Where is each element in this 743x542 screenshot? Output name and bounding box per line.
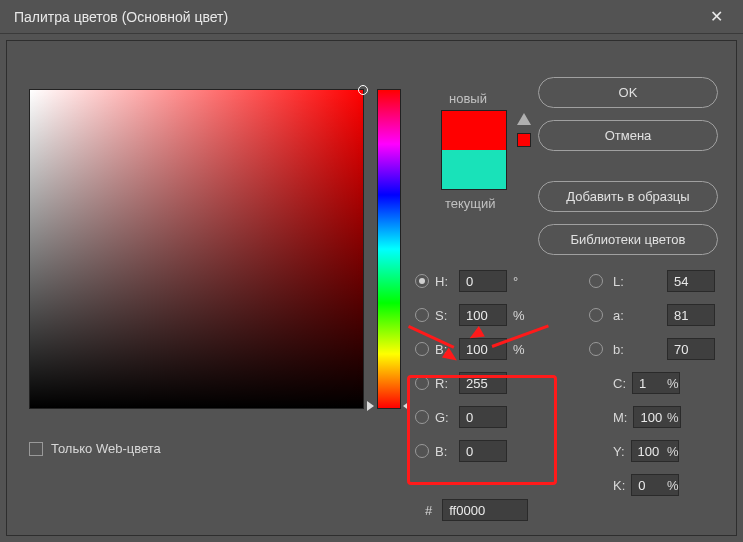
radio-a[interactable] xyxy=(589,308,603,322)
label-hex: # xyxy=(425,503,432,518)
input-hex[interactable] xyxy=(442,499,528,521)
radio-b-rgb[interactable] xyxy=(415,444,429,458)
radio-s[interactable] xyxy=(415,308,429,322)
gamut-warning-icon[interactable] xyxy=(517,113,531,125)
unit-y: % xyxy=(667,444,691,459)
unit-k: % xyxy=(667,478,691,493)
cancel-button[interactable]: Отмена xyxy=(538,120,718,151)
label-y: Y: xyxy=(613,444,625,459)
unit-h: ° xyxy=(513,274,537,289)
color-fields: H: ° L: S: % a: B: % b: xyxy=(415,269,725,507)
row-b-lab-b: B: % b: xyxy=(415,337,725,361)
dialog-title: Палитра цветов (Основной цвет) xyxy=(14,9,228,25)
gamut-warning-swatch[interactable] xyxy=(517,133,531,147)
web-only-row: Только Web-цвета xyxy=(29,441,161,456)
radio-b-hsb[interactable] xyxy=(415,342,429,356)
row-k: K: % xyxy=(415,473,725,497)
input-g[interactable] xyxy=(459,406,507,428)
label-g: G: xyxy=(435,410,455,425)
row-h-l: H: ° L: xyxy=(415,269,725,293)
button-panel: OK Отмена Добавить в образцы Библиотеки … xyxy=(538,77,718,255)
label-r: R: xyxy=(435,376,455,391)
input-r[interactable] xyxy=(459,372,507,394)
unit-c: % xyxy=(667,376,691,391)
label-h: H: xyxy=(435,274,455,289)
close-button[interactable]: ✕ xyxy=(701,2,731,32)
input-b-lab[interactable] xyxy=(667,338,715,360)
color-libraries-button[interactable]: Библиотеки цветов xyxy=(538,224,718,255)
web-only-label: Только Web-цвета xyxy=(51,441,161,456)
hue-slider[interactable] xyxy=(377,89,401,409)
titlebar: Палитра цветов (Основной цвет) ✕ xyxy=(0,0,743,34)
label-b-rgb: B: xyxy=(435,444,455,459)
current-color-label: текущий xyxy=(445,196,507,211)
web-only-checkbox[interactable] xyxy=(29,442,43,456)
radio-g[interactable] xyxy=(415,410,429,424)
hue-pointer-icon xyxy=(367,401,374,411)
add-swatch-button[interactable]: Добавить в образцы xyxy=(538,181,718,212)
row-s-a: S: % a: xyxy=(415,303,725,327)
saturation-value-panel[interactable] xyxy=(29,89,364,409)
unit-s: % xyxy=(513,308,537,323)
label-s: S: xyxy=(435,308,455,323)
label-a: a: xyxy=(613,308,663,323)
unit-m: % xyxy=(667,410,691,425)
new-color-label: новый xyxy=(449,91,507,106)
unit-b-hsb: % xyxy=(513,342,537,357)
label-k: K: xyxy=(613,478,625,493)
hue-pointer-icon xyxy=(403,401,410,411)
row-g-m: G: M: % xyxy=(415,405,725,429)
radio-r[interactable] xyxy=(415,376,429,390)
dialog-body: новый текущий OK Отмена Добавить в образ… xyxy=(6,40,737,536)
hex-row: # xyxy=(425,499,528,521)
label-m: M: xyxy=(613,410,627,425)
radio-h[interactable] xyxy=(415,274,429,288)
label-l: L: xyxy=(613,274,663,289)
radio-b-lab[interactable] xyxy=(589,342,603,356)
input-s[interactable] xyxy=(459,304,507,326)
color-swatches: новый текущий xyxy=(441,91,507,211)
sv-indicator[interactable] xyxy=(358,85,368,95)
label-b-lab: b: xyxy=(613,342,663,357)
ok-button[interactable]: OK xyxy=(538,77,718,108)
new-color-swatch[interactable] xyxy=(442,111,506,150)
input-h[interactable] xyxy=(459,270,507,292)
swatch-box xyxy=(441,110,507,190)
input-a[interactable] xyxy=(667,304,715,326)
row-b-y: B: Y: % xyxy=(415,439,725,463)
row-r-c: R: C: % xyxy=(415,371,725,395)
label-c: C: xyxy=(613,376,626,391)
current-color-swatch[interactable] xyxy=(442,150,506,189)
radio-l[interactable] xyxy=(589,274,603,288)
input-l[interactable] xyxy=(667,270,715,292)
input-b-rgb[interactable] xyxy=(459,440,507,462)
